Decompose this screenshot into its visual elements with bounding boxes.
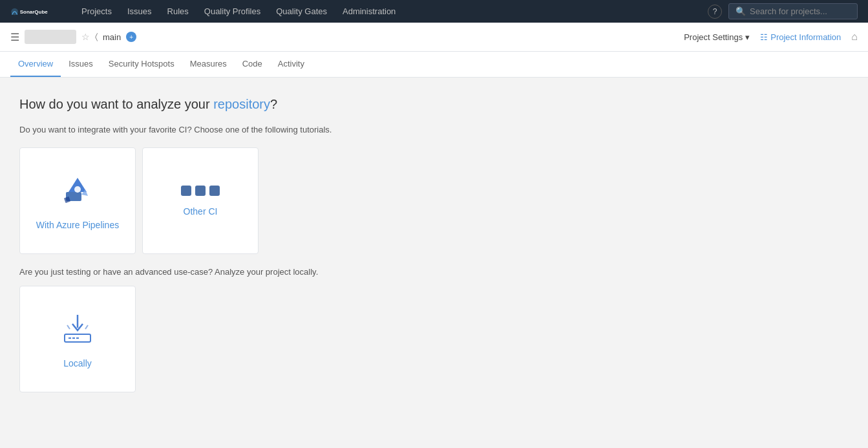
tabs-bar: Overview Issues Security Hotspots Measur… [0, 52, 868, 78]
projects-link[interactable]: Projects [75, 0, 118, 23]
home-icon[interactable]: ⌂ [851, 31, 858, 43]
sidebar-toggle-button[interactable]: ☰ [10, 31, 19, 43]
other-ci-dot-3 [209, 186, 220, 196]
ci-subtitle: Do you want to integrate with your favor… [19, 125, 849, 134]
nav-links: Projects Issues Rules Quality Profiles Q… [75, 0, 708, 23]
administration-link[interactable]: Administration [336, 0, 402, 23]
quality-gates-link[interactable]: Quality Gates [270, 0, 333, 23]
locally-card[interactable]: Locally [19, 286, 136, 392]
other-ci-card[interactable]: Other CI [142, 147, 259, 254]
azure-pipelines-icon [59, 171, 96, 209]
topnav-right: ? 🔍 [708, 3, 858, 19]
page-title-highlight: repository [213, 97, 270, 111]
project-information-link[interactable]: ☷ Project Information [760, 32, 841, 42]
page-title-end: ? [270, 97, 277, 111]
search-input[interactable] [750, 6, 851, 16]
azure-pipelines-card[interactable]: With Azure Pipelines [19, 147, 136, 254]
project-info-label: Project Information [770, 32, 841, 42]
other-ci-dot-2 [195, 186, 206, 196]
other-ci-icon [181, 186, 220, 196]
page-title-plain: How do you want to analyze your [19, 97, 213, 111]
subheader-right: Project Settings ▾ ☷ Project Information… [684, 31, 858, 43]
other-ci-dot-1 [181, 186, 191, 196]
rules-link[interactable]: Rules [161, 0, 195, 23]
tab-security-hotspots[interactable]: Security Hotspots [101, 51, 182, 77]
tab-measures[interactable]: Measures [182, 51, 235, 77]
issues-link[interactable]: Issues [121, 0, 158, 23]
project-settings-label: Project Settings [684, 32, 743, 42]
tab-code[interactable]: Code [235, 51, 270, 77]
branch-badge: + [126, 32, 136, 42]
locally-label: Locally [63, 358, 92, 368]
local-cards-row: Locally [19, 286, 849, 392]
project-settings-button[interactable]: Project Settings ▾ [684, 32, 750, 42]
help-button[interactable]: ? [708, 5, 722, 19]
subheader: ☰ ☆ 〈 main + Project Settings ▾ ☷ Projec… [0, 23, 868, 52]
subheader-left: ☰ ☆ 〈 main + [10, 30, 684, 44]
search-box[interactable]: 🔍 [728, 3, 858, 19]
branch-icon: 〈 [95, 32, 98, 42]
top-navigation: SonarQube Projects Issues Rules Quality … [0, 0, 868, 23]
local-subtitle: Are you just testing or have an advanced… [19, 267, 849, 277]
list-icon: ☷ [760, 32, 768, 42]
tab-overview[interactable]: Overview [10, 51, 61, 77]
sidebar-toggle-icon: ☰ [10, 32, 19, 43]
project-name-placeholder [25, 30, 76, 44]
svg-line-13 [85, 325, 88, 329]
quality-profiles-link[interactable]: Quality Profiles [198, 0, 267, 23]
main-content: How do you want to analyze your reposito… [0, 78, 868, 448]
search-icon: 🔍 [736, 6, 746, 16]
favorite-star-icon[interactable]: ☆ [81, 32, 90, 42]
branch-name: main [103, 32, 121, 42]
other-ci-label: Other CI [184, 206, 218, 217]
page-title: How do you want to analyze your reposito… [19, 97, 849, 112]
logo[interactable]: SonarQube [10, 5, 62, 18]
svg-point-4 [74, 186, 81, 193]
ci-cards-row: With Azure Pipelines Other CI [19, 147, 849, 254]
locally-icon [59, 310, 96, 348]
chevron-down-icon: ▾ [745, 32, 750, 42]
tab-issues[interactable]: Issues [61, 51, 101, 77]
tab-activity[interactable]: Activity [270, 51, 312, 77]
azure-pipelines-label: With Azure Pipelines [36, 220, 119, 230]
svg-text:SonarQube: SonarQube [20, 9, 48, 15]
svg-line-12 [67, 325, 70, 329]
